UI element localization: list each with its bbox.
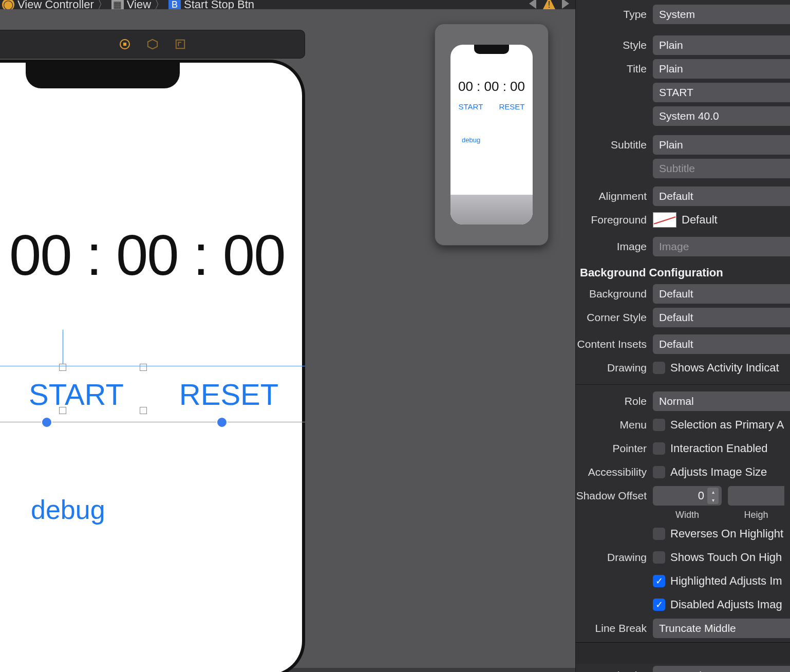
field-insets[interactable]: Default: [653, 334, 790, 354]
label-shadow: Shadow Offset: [576, 490, 653, 502]
notch: [474, 45, 509, 54]
constraint-dot[interactable]: [41, 417, 52, 428]
svg-rect-3: [176, 40, 184, 49]
cube-icon[interactable]: [146, 38, 159, 51]
opt-menu-primary: Selection as Primary A: [670, 418, 784, 432]
field-role[interactable]: Normal: [653, 391, 790, 411]
canvas-toolbar: [0, 30, 305, 59]
chk-activity-indicator[interactable]: [653, 362, 665, 374]
opt-activity-indicator: Shows Activity Indicat: [670, 361, 779, 375]
chk-pointer[interactable]: [653, 442, 665, 455]
field-type[interactable]: System: [653, 5, 790, 24]
chk-disabled-adjusts[interactable]: ✓: [653, 599, 665, 611]
chk-accessibility[interactable]: [653, 466, 665, 478]
label-drawing1: Drawing: [576, 362, 653, 374]
svg-marker-2: [147, 40, 157, 49]
field-subtitle-text[interactable]: Subtitle: [653, 159, 790, 178]
opt-accessibility: Adjusts Image Size: [670, 465, 767, 479]
opt-pointer: Interaction Enabled: [670, 442, 768, 455]
label-role: Role: [576, 395, 653, 407]
next-icon[interactable]: [562, 0, 569, 9]
constraint-dot[interactable]: [216, 417, 228, 428]
field-corner[interactable]: Default: [653, 308, 790, 327]
field-title-font[interactable]: System 40.0: [653, 106, 790, 126]
button-row: START RESET: [0, 366, 305, 422]
field-background[interactable]: Default: [653, 284, 790, 304]
label-drawing2: Drawing: [576, 551, 653, 564]
start-button[interactable]: START: [0, 366, 153, 422]
timer-label[interactable]: 00 : 00 : 00: [9, 222, 285, 288]
label-menu: Menu: [576, 419, 653, 431]
svg-rect-1: [123, 43, 126, 46]
start-button-label: START: [29, 377, 124, 412]
label-linebreak: Line Break: [576, 622, 653, 634]
opt-shows-touch: Shows Touch On High: [670, 551, 782, 564]
label-type: Type: [576, 8, 653, 21]
shadow-width-value: 0: [698, 489, 704, 502]
field-style[interactable]: Plain: [653, 35, 790, 55]
chk-shows-touch[interactable]: [653, 551, 665, 564]
phone-preview-main[interactable]: 00 : 00 : 00 START RESET debug: [0, 60, 305, 672]
chk-reverses[interactable]: [653, 528, 665, 540]
shadow-height-sublabel: Heigh: [728, 510, 784, 520]
opt-highlighted-adjusts: Highlighted Adjusts Im: [670, 574, 782, 588]
field-image[interactable]: Image: [653, 237, 790, 256]
scene-thumbnail[interactable]: 00 : 00 : 00 START RESET debug: [435, 24, 549, 246]
canvas[interactable]: 00 : 00 : 00 START RESET debug 00 : 00 :…: [0, 9, 575, 668]
field-alignment[interactable]: Default: [653, 186, 790, 206]
shadow-width-input[interactable]: 0 ▴▾: [653, 486, 722, 506]
debug-thumb: debug: [462, 136, 480, 144]
prev-icon[interactable]: [529, 0, 536, 9]
reset-button[interactable]: RESET: [153, 366, 305, 422]
label-insets: Content Insets: [576, 338, 653, 350]
shadow-width-sublabel: Width: [653, 510, 722, 520]
chk-highlighted-adjusts[interactable]: ✓: [653, 575, 665, 587]
embed-icon[interactable]: [174, 38, 187, 51]
reset-button-label: RESET: [179, 377, 278, 412]
label-pointer: Pointer: [576, 442, 653, 455]
debug-label[interactable]: debug: [31, 494, 105, 525]
label-corner: Corner Style: [576, 311, 653, 324]
reset-thumb: RESET: [499, 102, 524, 111]
stepper-icon[interactable]: ▴▾: [707, 488, 719, 504]
label-behavior: Behavior: [576, 669, 653, 672]
field-title-text[interactable]: START: [653, 83, 790, 102]
field-subtitle-mode[interactable]: Plain: [653, 135, 790, 155]
chk-menu-primary[interactable]: [653, 419, 665, 431]
constraint-guide: [63, 330, 63, 366]
shadow-height-input[interactable]: [728, 486, 784, 506]
section-bg-config: Background Configuration: [576, 259, 790, 283]
label-image: Image: [576, 240, 653, 253]
label-subtitle: Subtitle: [576, 139, 653, 151]
foreground-swatch[interactable]: [653, 212, 676, 228]
warning-icon[interactable]: !: [542, 0, 556, 10]
opt-reverses: Reverses On Highlight: [670, 527, 783, 540]
label-background: Background: [576, 288, 653, 300]
label-style: Style: [576, 39, 653, 51]
timer-label-thumb: 00 : 00 : 00: [450, 79, 533, 95]
field-behavior[interactable]: Automatic: [653, 666, 790, 672]
opt-disabled-adjusts: Disabled Adjusts Imag: [670, 598, 782, 611]
start-thumb: START: [459, 102, 483, 111]
notch: [26, 63, 180, 88]
label-foreground: Foreground: [576, 214, 653, 226]
breadcrumb: ◯ View Controller 〉 ▦ View 〉 B Start Sto…: [0, 0, 575, 9]
layout-pinned-icon[interactable]: [118, 38, 131, 51]
attributes-inspector: Type System Style Plain Title Plain STAR…: [575, 0, 790, 672]
field-linebreak[interactable]: Truncate Middle: [653, 619, 790, 638]
phone-preview-thumb: 00 : 00 : 00 START RESET debug: [450, 45, 533, 225]
label-alignment: Alignment: [576, 190, 653, 202]
field-foreground[interactable]: Default: [682, 213, 718, 227]
label-title: Title: [576, 63, 653, 75]
label-accessibility: Accessibility: [576, 466, 653, 478]
field-title-mode[interactable]: Plain: [653, 59, 790, 79]
fonts-panel-titlebar[interactable]: Fonts: [575, 642, 790, 664]
